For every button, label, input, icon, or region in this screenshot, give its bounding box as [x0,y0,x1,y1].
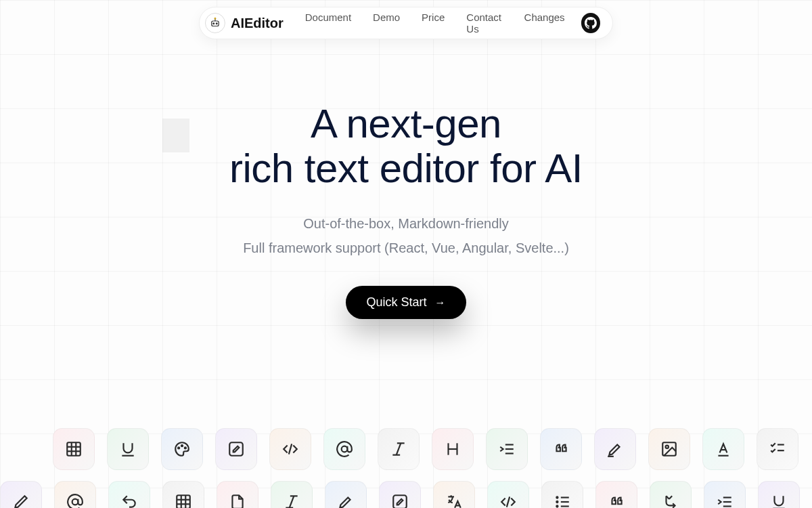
table-icon [162,481,204,508]
quote-icon [540,428,582,470]
hero-title-line1: A next-gen [311,101,501,146]
svg-point-28 [666,446,669,448]
mention-icon [54,481,96,508]
hero-title: A next-gen rich text editor for AI [0,102,812,191]
svg-point-16 [342,446,348,452]
github-icon[interactable] [581,13,600,33]
svg-point-11 [178,447,179,448]
brand-logo[interactable]: AIEditor [205,13,284,33]
robot-icon [205,13,225,33]
image-icon [648,428,690,470]
svg-point-47 [556,501,558,503]
svg-point-1 [213,23,215,24]
quote-icon [595,481,637,508]
svg-point-13 [185,447,186,448]
indent-icon [486,428,528,470]
edit-icon [215,428,257,470]
svg-rect-5 [67,442,81,456]
nav-links: Document Demo Price Contact Us Changes [305,12,565,35]
svg-rect-14 [229,442,243,456]
top-navbar: AIEditor Document Demo Price Contact Us … [199,7,613,39]
hero-subtitle-line1: Out-of-the-box, Markdown-friendly [0,211,812,236]
highlighter-icon [325,481,367,508]
underline-icon [107,428,149,470]
table-icon [53,428,95,470]
italic-icon [271,481,313,508]
edit-icon [379,481,421,508]
svg-line-45 [507,496,510,507]
undo-icon [108,481,150,508]
cta-label: Quick Start [366,295,426,310]
svg-line-19 [397,443,401,454]
underline-icon [758,481,800,508]
svg-point-33 [72,499,78,505]
arrow-right-icon: → [435,297,446,309]
code-icon [269,428,311,470]
hero-subtitle: Out-of-the-box, Markdown-friendly Full f… [0,211,812,260]
brand-name: AIEditor [231,16,284,31]
italic-icon [378,428,420,470]
nav-link-price[interactable]: Price [422,12,445,35]
heading-icon [432,428,474,470]
quick-start-button[interactable]: Quick Start → [346,286,466,319]
tool-icon-row-1 [0,428,812,470]
nav-link-document[interactable]: Document [305,12,351,35]
palette-icon [161,428,203,470]
svg-point-48 [556,505,558,507]
svg-point-2 [216,23,217,24]
svg-line-41 [290,496,294,507]
nav-link-contact[interactable]: Contact Us [466,12,502,35]
bullet-list-icon [541,481,583,508]
svg-point-46 [556,496,558,498]
svg-rect-43 [393,495,407,508]
line-break-icon [650,481,692,508]
pencil-icon [0,481,42,508]
nav-link-demo[interactable]: Demo [373,12,400,35]
hero-subtitle-line2: Full framework support (React, Vue, Angu… [0,236,812,260]
svg-rect-34 [177,495,190,508]
file-icon [217,481,258,508]
nav-link-changes[interactable]: Changes [524,12,565,35]
mention-icon [323,428,365,470]
hero-section: A next-gen rich text editor for AI Out-o… [0,102,812,319]
translate-icon [433,481,475,508]
svg-point-12 [181,445,183,446]
code-icon [487,481,529,508]
svg-line-15 [289,444,292,454]
checklist-icon [757,428,798,470]
svg-point-4 [215,18,216,19]
indent-icon [704,481,746,508]
hero-title-line2: rich text editor for AI [229,146,583,191]
highlighter-icon [594,428,636,470]
font-color-icon [702,428,744,470]
tool-icon-row-2 [0,481,812,508]
